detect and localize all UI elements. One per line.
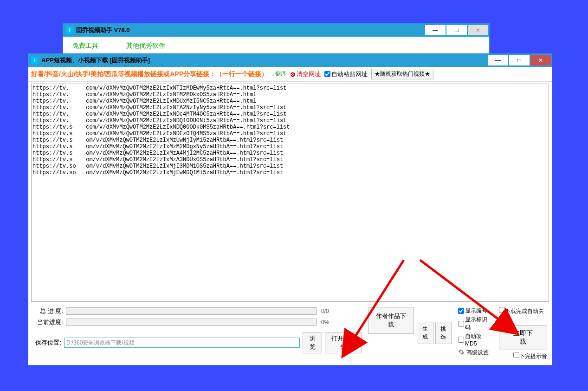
random-video-button[interactable]: ★随机获取热门视频★	[371, 69, 433, 79]
front-window: i APP短视频、小视频下载 [固乔视频助手] — □ ✕ 好看/抖音/火山/快…	[28, 53, 552, 365]
generate-button[interactable]: 生成	[417, 322, 433, 344]
url-textarea[interactable]	[31, 84, 549, 302]
minimize-button[interactable]: —	[425, 25, 446, 35]
back-title: 固乔视频助手 V78.0	[76, 26, 130, 34]
back-titlebar[interactable]: i 固乔视频助手 V78.0 — □ ✕	[63, 24, 489, 37]
sort-toggle[interactable]: ↓ 倒序	[271, 70, 286, 78]
maximize-button[interactable]: □	[446, 25, 467, 35]
auto-paste-input[interactable]	[324, 71, 330, 77]
total-progress-text: 0/0	[321, 308, 340, 314]
save-path-input[interactable]	[64, 338, 300, 348]
app-icon: i	[66, 26, 73, 34]
shutdown-after-checkbox[interactable]: 下载完成自动关机	[499, 307, 547, 323]
author-download-button[interactable]: 作者作品下载	[368, 307, 414, 334]
select-button[interactable]: 挑选	[435, 322, 452, 344]
current-progress-label: 当前进度:	[33, 318, 63, 326]
show-identifier-checkbox[interactable]: 显示标识码	[458, 316, 491, 332]
maximize-button[interactable]: □	[509, 55, 530, 65]
app-icon: i	[31, 57, 39, 64]
clear-icon: ⊗	[290, 71, 296, 78]
open-folder-button[interactable]: 打开文件夹	[325, 332, 362, 353]
total-progress-label: 总 进 度:	[33, 307, 63, 315]
gear-icon	[458, 349, 465, 357]
toolbar-label: 好看/抖音/火山/快手/美拍/西瓜等视频播放链接或APP分享链接：（一行一个链接…	[31, 70, 268, 78]
link-other-software[interactable]: 其他优秀软件	[126, 42, 165, 50]
auto-paste-checkbox[interactable]: 自动粘贴网址	[324, 70, 368, 78]
current-progress-bar	[66, 319, 317, 326]
show-number-checkbox[interactable]: 显示编号	[458, 307, 491, 315]
sound-after-checkbox[interactable]: 下完提示音	[513, 352, 547, 360]
bottom-panel: 总 进 度: 0/0 当前进度: 0% 保存位置: 浏览 打开文件夹 作者作品	[28, 305, 552, 365]
front-title: APP短视频、小视频下载 [固乔视频助手]	[41, 56, 150, 65]
close-button[interactable]: ✕	[530, 55, 551, 65]
front-titlebar[interactable]: i APP短视频、小视频下载 [固乔视频助手] — □ ✕	[28, 54, 552, 67]
current-progress-text: 0%	[321, 319, 340, 326]
total-progress-bar	[66, 307, 317, 315]
minimize-button[interactable]: —	[488, 55, 508, 65]
save-location-label: 保存位置:	[33, 339, 61, 347]
clear-urls-button[interactable]: ⊗ 清空网址	[290, 70, 321, 78]
download-now-button[interactable]: 立即下载	[499, 325, 547, 350]
link-free-tools[interactable]: 免费工具	[72, 42, 98, 50]
toolbar: 好看/抖音/火山/快手/美拍/西瓜等视频播放链接或APP分享链接：（一行一个链接…	[28, 67, 552, 82]
down-arrow-icon: ↓	[271, 71, 274, 78]
close-button[interactable]: ✕	[468, 25, 488, 35]
browse-button[interactable]: 浏览	[303, 332, 322, 353]
auto-md5-checkbox[interactable]: 自动改MD5	[458, 332, 491, 347]
advanced-settings-button[interactable]: 高级设置	[458, 349, 491, 357]
